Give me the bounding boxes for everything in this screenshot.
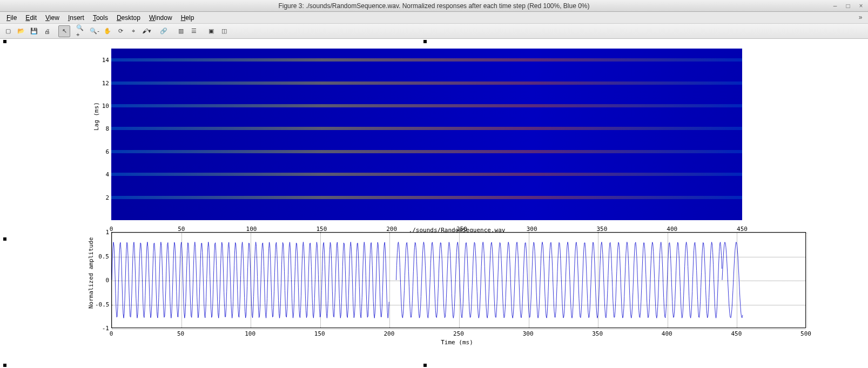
rotate3d-icon[interactable]: ⟳ [115,25,126,37]
colorbar-icon[interactable]: ▥ [175,25,187,37]
selection-handle[interactable] [3,237,6,241]
chart2-ytick: -1 [95,325,109,332]
brush-icon[interactable]: 🖌▾ [140,25,152,37]
chart-heatmap[interactable] [111,49,742,220]
selection-handle[interactable] [423,40,427,43]
chart2-ytick: 1 [95,229,109,236]
hide-plot-tools-icon[interactable]: ▣ [205,25,217,37]
open-icon[interactable]: 📂 [15,25,27,37]
chart-waveform[interactable] [111,232,806,328]
chart2-xtick: 300 [523,330,534,337]
selection-handle[interactable] [3,40,6,43]
chart2-xtick: 150 [314,330,325,337]
chart2-ytick: 0 [95,277,109,284]
chart2-xtick: 350 [592,330,603,337]
toolbar: ▢📂💾🖨↖🔍+🔍-✋⟳⌖🖌▾🔗▥☰▣◫ [0,24,868,39]
pan-icon[interactable]: ✋ [102,25,113,37]
chart1-ytick: 6 [102,148,109,155]
data-cursor-icon[interactable]: ⌖ [127,25,139,37]
chart1-ytick: 12 [102,80,109,87]
selection-handle[interactable] [423,364,427,367]
chart2-xtick: 400 [662,330,672,337]
zoom-in-icon[interactable]: 🔍+ [76,25,88,37]
chart2-xtick: 250 [453,330,464,337]
chart2-ylabel: Normalized amplitude [88,237,95,309]
minimize-button[interactable]: – [830,2,840,10]
menu-edit[interactable]: Edit [21,13,41,23]
figure-canvas[interactable]: Lag (ms) 2468101214 05010015020025030035… [0,39,868,368]
menu-desktop[interactable]: Desktop [112,13,145,23]
link-icon[interactable]: 🔗 [158,25,170,37]
show-plot-tools-icon[interactable]: ◫ [218,25,230,37]
menu-view[interactable]: View [41,13,64,23]
menu-insert[interactable]: Insert [64,13,89,23]
menu-window[interactable]: Window [145,13,177,23]
chart1-ytick: 4 [102,171,109,178]
chart2-xtick: 50 [177,330,184,337]
window-title: Figure 3: ./sounds/RandomSequence.wav. N… [278,2,589,10]
chart1-ytick: 10 [102,103,109,110]
chart2-xtick: 450 [731,330,742,337]
chart2-ytick: -0.5 [95,301,109,308]
figure-toolbar-chevron-icon[interactable]: » [855,12,866,23]
legend-icon[interactable]: ☰ [188,25,200,37]
edit-plot-icon[interactable]: ↖ [58,25,70,37]
chart1-ytick: 14 [102,57,109,64]
close-button[interactable]: × [856,2,866,10]
new-figure-icon[interactable]: ▢ [2,25,14,37]
print-icon[interactable]: 🖨 [41,25,53,37]
chart1-ylabel: Lag (ms) [93,102,100,131]
menu-file[interactable]: File [2,13,21,23]
chart2-xtick: 0 [110,330,113,337]
chart1-ytick: 8 [102,125,109,132]
chart2-xtick: 200 [383,330,394,337]
zoom-out-icon[interactable]: 🔍- [89,25,100,37]
chart2-ytick: 0.5 [95,253,109,260]
save-icon[interactable]: 💾 [28,25,40,37]
menu-tools[interactable]: Tools [89,13,112,23]
chart2-xtick: 500 [800,330,811,337]
window-titlebar: Figure 3: ./sounds/RandomSequence.wav. N… [0,0,868,12]
chart1-ytick: 2 [102,194,109,201]
maximize-button[interactable]: □ [843,2,853,10]
menubar: FileEditViewInsertToolsDesktopWindowHelp [0,12,868,24]
selection-handle[interactable] [3,364,6,367]
chart2-xlabel: Time (ms) [441,339,473,346]
chart2-xtick: 100 [245,330,255,337]
menu-help[interactable]: Help [177,13,199,23]
